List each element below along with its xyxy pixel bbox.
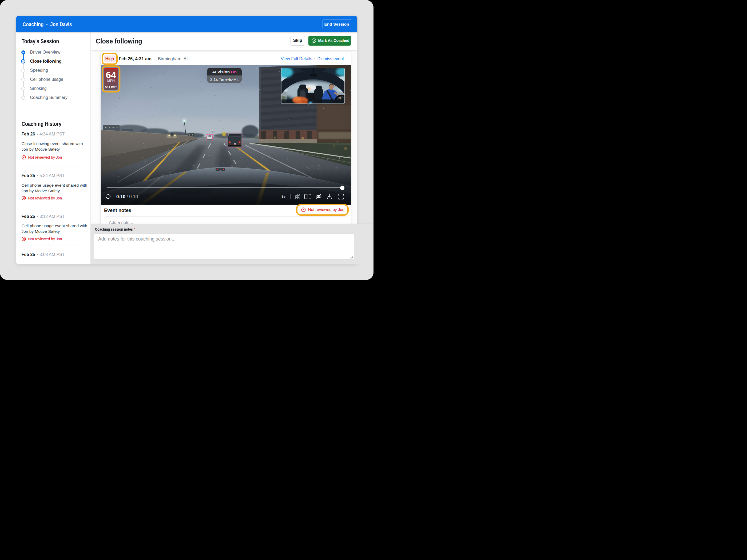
svg-text:0:10 / 0:10: 0:10 / 0:10: [116, 194, 138, 199]
svg-text:MPH: MPH: [107, 79, 115, 83]
svg-text:55 LIMIT: 55 LIMIT: [105, 86, 117, 89]
svg-text:2.1s Time-to-Hit: 2.1s Time-to-Hit: [210, 77, 239, 82]
svg-text:1x: 1x: [281, 194, 285, 199]
svg-text:AI Vision On: AI Vision On: [212, 70, 237, 74]
